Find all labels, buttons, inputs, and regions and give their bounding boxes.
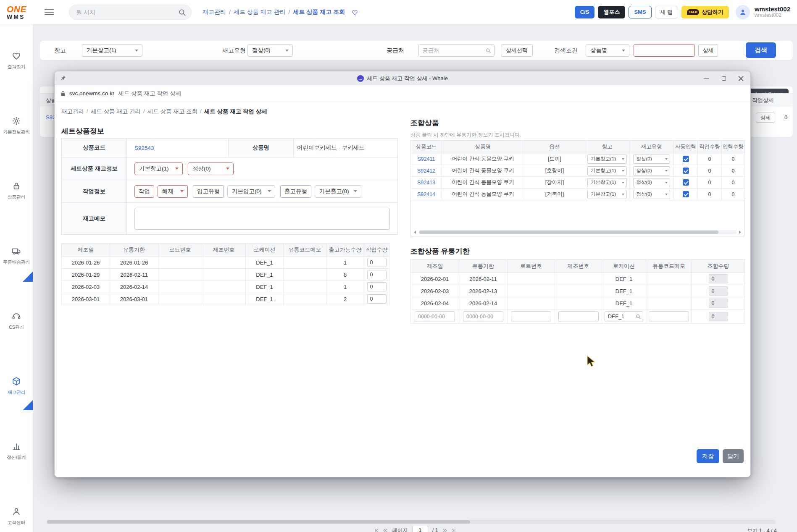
global-search-input[interactable] (76, 9, 175, 16)
row-zero-value: 0 (784, 114, 787, 121)
warehouse-select[interactable]: 기본창고(1) (82, 44, 142, 57)
truck-icon (11, 246, 21, 256)
breadcrumb-link[interactable]: 세트 상품 재고 조회 (147, 108, 197, 115)
next-page-icon[interactable] (442, 528, 447, 532)
row-stock-type-select[interactable]: 정상(0) (633, 190, 670, 199)
exp-date-input[interactable] (463, 311, 503, 322)
product-code-link[interactable]: S92413 (417, 180, 435, 186)
product-code-link[interactable]: S92412 (417, 168, 435, 174)
first-page-icon[interactable] (374, 528, 379, 532)
work-qty-input[interactable] (367, 282, 387, 291)
scrollbar-thumb[interactable] (419, 231, 718, 234)
last-page-icon[interactable] (451, 528, 456, 532)
sidebar-item-basic-info[interactable]: 기본정보관리 (0, 116, 33, 135)
new-tab-button[interactable]: 새 탭 (655, 6, 679, 18)
popup-url-bar[interactable]: svc.onewms.co.kr 세트 상품 재고 작업 상세 (55, 85, 750, 102)
chevron-down-icon (354, 190, 357, 192)
user-avatar[interactable] (736, 5, 750, 19)
global-search (69, 5, 192, 20)
favorite-heart-icon[interactable] (351, 9, 358, 16)
search-icon[interactable] (636, 314, 641, 319)
code-label: 상품코드 (62, 139, 127, 157)
webpos-button[interactable]: 웹포스 (598, 6, 625, 18)
scroll-left-icon[interactable] (412, 229, 418, 235)
search-condition-label: 검색조건 (554, 47, 578, 55)
close-icon[interactable] (738, 76, 744, 81)
chevron-down-icon (622, 194, 624, 195)
lot-no-input[interactable] (511, 311, 551, 322)
sidebar-item-favorites[interactable]: 즐겨찾기 (0, 51, 33, 70)
app-logo[interactable]: ONE WMS (7, 5, 34, 20)
menu-toggle-icon[interactable] (45, 9, 54, 15)
sidebar-item-customer-center[interactable]: 고객센터 (0, 506, 33, 526)
top-header: ONE WMS 재고관리/ 세트 상품 재고 관리/ 세트 상품 재고 조회 C… (0, 0, 797, 24)
stock-memo-textarea[interactable] (134, 208, 390, 230)
mfg-date-input[interactable] (415, 311, 455, 322)
supplier-input[interactable] (422, 47, 486, 54)
stock-type-select[interactable]: 정상(0) (247, 44, 293, 57)
row-detail-button[interactable]: 상세 (756, 113, 775, 123)
breadcrumb-link[interactable]: 재고관리 (203, 8, 226, 16)
product-code-link[interactable]: S92411 (417, 156, 435, 162)
keyword-input[interactable] (634, 44, 695, 57)
kakao-consult-button[interactable]: TALK 상담하기 (681, 6, 729, 18)
outbound-type-select[interactable]: 기본출고(0) (315, 185, 361, 198)
sidebar-item-order-delivery[interactable]: 주문배송관리 (0, 246, 33, 265)
row-stock-type-select[interactable]: 정상(0) (633, 178, 670, 187)
product-code-link[interactable]: S92414 (417, 191, 435, 197)
row-stock-type-select[interactable]: 정상(0) (633, 166, 670, 176)
search-icon[interactable] (179, 9, 186, 16)
page-total: / 1 (432, 527, 438, 532)
work-qty-input[interactable] (367, 270, 387, 279)
combo-row[interactable]: S92412 어린이 간식 동물모양 쿠키 [호랑이] 기본창고(1) 정상(0… (411, 165, 745, 177)
cs-button[interactable]: C/S (575, 6, 595, 18)
scroll-right-icon[interactable] (737, 229, 743, 235)
breadcrumb-link[interactable]: 세트 상품 재고 관리 (91, 108, 141, 115)
pin-icon[interactable] (60, 75, 66, 81)
row-warehouse-select[interactable]: 기본창고(1) (587, 166, 627, 176)
auto-input-checkbox[interactable] (683, 191, 689, 197)
detail-button[interactable]: 상세 (698, 44, 718, 57)
set-warehouse-select[interactable]: 기본창고(1) (134, 162, 183, 175)
page-input[interactable] (412, 526, 428, 532)
set-stock-type-select[interactable]: 정상(0) (188, 162, 234, 175)
row-stock-type-select[interactable]: 정상(0) (633, 155, 670, 164)
column-header-work-detail: 작업상세 (752, 97, 774, 104)
combo-row[interactable]: S92413 어린이 간식 동물모양 쿠키 [강아지] 기본창고(1) 정상(0… (411, 177, 745, 189)
work-action-select[interactable]: 해제 (158, 185, 188, 198)
breadcrumb-link[interactable]: 세트 상품 재고 관리 (234, 8, 286, 16)
supplier-input-wrap (418, 44, 495, 57)
close-button[interactable]: 닫기 (723, 449, 744, 463)
combo-row[interactable]: S92411 어린이 간식 동물모양 쿠키 [토끼] 기본창고(1) 정상(0)… (411, 153, 745, 165)
chevron-down-icon (622, 158, 624, 160)
sidebar-item-cs[interactable]: CS관리 (0, 311, 33, 330)
memo-input[interactable] (649, 311, 689, 322)
maximize-icon[interactable] (721, 76, 726, 81)
save-button[interactable]: 저장 (697, 449, 719, 463)
minimize-icon[interactable] (704, 76, 709, 81)
row-warehouse-select[interactable]: 기본창고(1) (587, 155, 627, 164)
sidebar-item-inventory[interactable]: 재고관리 (0, 376, 33, 396)
row-warehouse-select[interactable]: 기본창고(1) (587, 190, 627, 199)
work-qty-input[interactable] (367, 294, 387, 304)
search-condition-select[interactable]: 상품명 (586, 44, 629, 57)
row-warehouse-select[interactable]: 기본창고(1) (587, 178, 627, 187)
work-qty-input[interactable] (367, 258, 387, 267)
combo-row[interactable]: S92414 어린이 간식 동물모양 쿠키 [거북이] 기본창고(1) 정상(0… (411, 189, 745, 200)
auto-input-checkbox[interactable] (683, 168, 689, 174)
auto-input-checkbox[interactable] (683, 179, 689, 186)
detail-select-button[interactable]: 상세선택 (501, 44, 533, 57)
inbound-type-select[interactable]: 기본입고(0) (227, 185, 275, 198)
auto-input-checkbox[interactable] (683, 156, 689, 162)
sms-button[interactable]: SMS (629, 6, 651, 18)
set-info-table: 상품코드 S92543 상품명 어린이쿠키세트 - 쿠키세트 세트상품 재고정보… (61, 138, 398, 235)
scrollbar-thumb[interactable] (47, 520, 470, 524)
search-button[interactable]: 검색 (746, 42, 776, 58)
breadcrumb-link[interactable]: 재고관리 (61, 108, 84, 115)
set-code-link[interactable]: S92543 (134, 145, 154, 151)
user-info: wmstest002 wmstest002 (755, 5, 790, 18)
sidebar-item-products[interactable]: 상품관리 (0, 181, 33, 200)
mfg-no-input[interactable] (558, 311, 599, 322)
prev-page-icon[interactable] (383, 528, 388, 532)
sidebar-item-statistics[interactable]: 정산/통계 (0, 441, 33, 461)
